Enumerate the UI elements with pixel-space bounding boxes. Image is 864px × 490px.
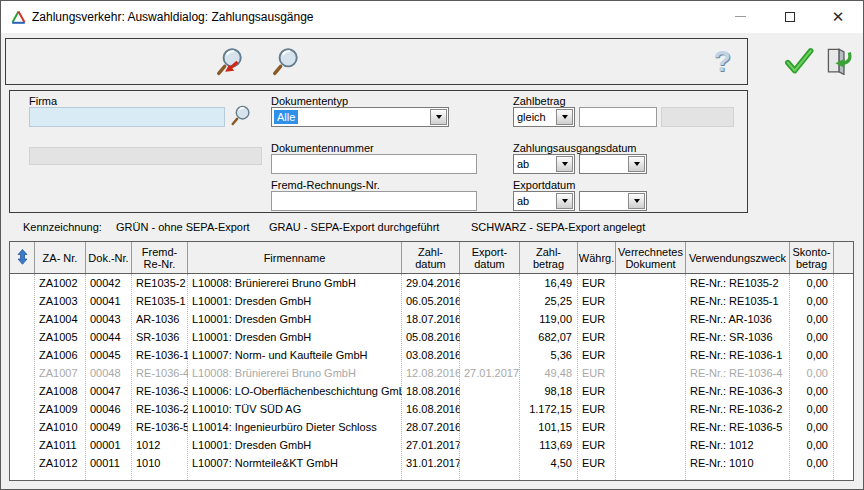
table-cell: 16.08.2016 xyxy=(402,400,460,418)
zahlbetrag-input[interactable] xyxy=(579,107,657,127)
row-selector-cell xyxy=(10,292,35,310)
column-header[interactable]: Dok.-Nr. xyxy=(86,242,132,273)
window-title: Zahlungsverkehr: Auswahldialog: Zahlungs… xyxy=(32,10,314,24)
zahlbetrag-label: Zahlbetrag xyxy=(513,95,566,107)
exportdatum-operator-combo[interactable]: ab xyxy=(513,191,575,211)
table-cell xyxy=(834,274,853,292)
table-cell xyxy=(834,328,853,346)
close-icon: ✕ xyxy=(832,8,845,26)
row-selector-cell xyxy=(10,418,35,436)
dokumentennummer-input[interactable] xyxy=(271,154,477,174)
table-cell: 113,69 xyxy=(520,436,578,454)
table-cell: RE-Nr.: RE-1036-3 xyxy=(686,382,790,400)
column-header[interactable]: Verwendungszweck xyxy=(686,242,790,273)
table-cell: EUR xyxy=(578,400,616,418)
table-cell xyxy=(834,454,853,472)
dropdown-arrow-icon[interactable] xyxy=(628,156,645,172)
column-header[interactable]: Firmenname xyxy=(188,242,402,273)
table-cell: EUR xyxy=(578,328,616,346)
legend-item-green: GRÜN - ohne SEPA-Export xyxy=(116,221,250,233)
table-row[interactable]: ZA100300041RE1035-1L10001: Dresden GmbH0… xyxy=(10,292,853,310)
dropdown-arrow-icon[interactable] xyxy=(556,156,573,172)
dropdown-arrow-icon[interactable] xyxy=(628,193,645,209)
table-header-row: ZA- Nr.Dok.-Nr.Fremd- Re-Nr.FirmennameZa… xyxy=(10,242,853,274)
dialog-window: Zahlungsverkehr: Auswahldialog: Zahlungs… xyxy=(0,0,864,490)
row-selector-cell xyxy=(10,400,35,418)
dropdown-arrow-icon[interactable] xyxy=(556,109,573,125)
table-row[interactable]: ZA100500044SR-1036L10001: Dresden GmbH05… xyxy=(10,328,853,346)
table-cell: 0,00 xyxy=(790,418,834,436)
column-header[interactable] xyxy=(834,242,853,273)
table-cell: 0,00 xyxy=(790,364,834,382)
table-row[interactable]: ZA1011000011012L10001: Dresden GmbH27.01… xyxy=(10,436,853,454)
table-row[interactable]: ZA100800047RE-1036-3L10006: LO-Oberfläch… xyxy=(10,382,853,400)
close-button[interactable]: ✕ xyxy=(821,1,855,32)
search-with-red-arrow-icon xyxy=(215,46,245,78)
column-header[interactable]: Währg. xyxy=(578,242,616,273)
exportdatum-date-combo[interactable] xyxy=(579,191,647,211)
table-row[interactable]: ZA100700048RE-1036-4L10008: Brüniererei … xyxy=(10,364,853,382)
column-header[interactable]: Export- datum xyxy=(460,242,520,273)
table-cell xyxy=(616,328,686,346)
table-cell: ZA1010 xyxy=(35,418,86,436)
zahlungsausgangsdatum-operator-combo[interactable]: ab xyxy=(513,154,575,174)
table-row[interactable]: ZA1012000111010L10007: Normteile&KT GmbH… xyxy=(10,454,853,472)
table-cell: L10001: Dresden GmbH xyxy=(188,436,402,454)
table-cell: ZA1008 xyxy=(35,382,86,400)
dokumententyp-combo[interactable]: Alle xyxy=(271,107,449,127)
exit-button[interactable] xyxy=(820,44,854,78)
column-header[interactable]: Fremd- Re-Nr. xyxy=(132,242,188,273)
table-cell: 03.08.2016 xyxy=(402,346,460,364)
help-button[interactable]: ? xyxy=(704,42,740,80)
table-row[interactable]: ZA100200042RE1035-2L10008: Brüniererei B… xyxy=(10,274,853,292)
firma-input[interactable] xyxy=(29,107,225,127)
zahlbetrag-operator-combo[interactable]: gleich xyxy=(513,107,575,127)
table-cell: 00042 xyxy=(86,274,132,292)
table-cell: L10007: Norm- und Kaufteile GmbH xyxy=(188,346,402,364)
table-row[interactable]: ZA100600045RE-1036-1L10007: Norm- und Ka… xyxy=(10,346,853,364)
table-cell: 00049 xyxy=(86,418,132,436)
table-cell: 25,25 xyxy=(520,292,578,310)
table-cell: 0,00 xyxy=(790,454,834,472)
table-cell xyxy=(616,400,686,418)
table-cell xyxy=(460,292,520,310)
row-selector-cell xyxy=(10,382,35,400)
search-button[interactable] xyxy=(270,46,302,78)
dropdown-arrow-icon[interactable] xyxy=(430,109,447,125)
table-cell: ZA1005 xyxy=(35,328,86,346)
ok-button[interactable] xyxy=(782,45,816,79)
minimize-button[interactable] xyxy=(723,1,757,32)
table-cell xyxy=(460,400,520,418)
table-row[interactable]: ZA100900046RE-1036-2L10010: TÜV SÜD AG16… xyxy=(10,400,853,418)
maximize-button[interactable] xyxy=(773,1,807,32)
dropdown-arrow-icon[interactable] xyxy=(556,193,573,209)
table-cell: L10007: Normteile&KT GmbH xyxy=(188,454,402,472)
table-cell: 18.07.2016 xyxy=(402,310,460,328)
table-cell: RE1035-2 xyxy=(132,274,188,292)
table-cell xyxy=(460,328,520,346)
zahlungsausgangsdatum-operator-value: ab xyxy=(514,155,555,173)
table-row[interactable]: ZA100400043AR-1036L10001: Dresden GmbH18… xyxy=(10,310,853,328)
zahlungsausgangsdatum-date-combo[interactable] xyxy=(579,154,647,174)
table-cell: EUR xyxy=(578,418,616,436)
column-header[interactable]: Zahl- datum xyxy=(402,242,460,273)
minimize-icon xyxy=(735,16,746,17)
fremd-rechnungs-input[interactable] xyxy=(271,191,477,211)
table-cell xyxy=(834,346,853,364)
table-cell: 0,00 xyxy=(790,310,834,328)
table-cell: SR-1036 xyxy=(132,328,188,346)
table-cell: L10001: Dresden GmbH xyxy=(188,328,402,346)
firma-lookup-icon[interactable] xyxy=(230,104,252,128)
table-cell: 12.08.2016 xyxy=(402,364,460,382)
search-apply-button[interactable] xyxy=(214,46,246,78)
column-header[interactable]: Verrechnetes Dokument xyxy=(616,242,686,273)
table-cell: RE-1036-5 xyxy=(132,418,188,436)
column-header[interactable]: ZA- Nr. xyxy=(35,242,86,273)
table-cell: 00043 xyxy=(86,310,132,328)
table-row[interactable]: ZA101000049RE-1036-5L10014: Ingenieurbür… xyxy=(10,418,853,436)
table-cell: 682,07 xyxy=(520,328,578,346)
question-mark-icon: ? xyxy=(713,45,731,78)
column-header[interactable]: Skonto- betrag xyxy=(790,242,834,273)
sort-rows-header[interactable] xyxy=(10,242,35,273)
column-header[interactable]: Zahl- betrag xyxy=(520,242,578,273)
